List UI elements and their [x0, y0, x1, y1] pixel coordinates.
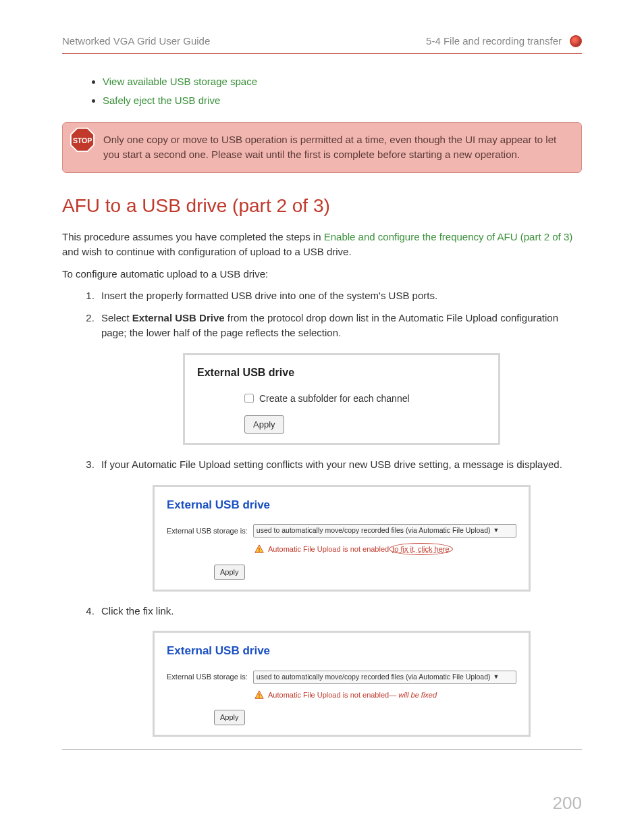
fig3-storage-label: External USB storage is: — [167, 671, 248, 683]
page-number: 200 — [0, 790, 644, 816]
fig3-storage-select[interactable]: used to automatically move/copy recorded… — [253, 671, 516, 684]
step2-bold: External USB Drive — [132, 312, 225, 323]
fig2-storage-label: External USB storage is: — [167, 525, 248, 537]
link-list: View available USB storage space Safely … — [103, 74, 582, 109]
apply-button-3[interactable]: Apply — [214, 710, 245, 725]
intro-link[interactable]: Enable and configure the frequency of AF… — [324, 231, 573, 242]
fig2-warn-pre: Automatic File Upload is not enabled — [268, 545, 389, 553]
chevron-down-icon: ▼ — [493, 673, 500, 682]
intro-paragraph: This procedure assumes you have complete… — [62, 230, 582, 260]
svg-text:!: ! — [259, 546, 261, 553]
figure-ext-usb-2: External USB drive External USB storage … — [153, 485, 531, 592]
fig2-select-value: used to automatically move/copy recorded… — [257, 525, 491, 536]
fig3-select-value: used to automatically move/copy recorded… — [257, 672, 491, 683]
fig1-title: External USB drive — [197, 365, 486, 381]
intro-pre: This procedure assumes you have complete… — [62, 231, 324, 242]
create-subfolder-label: Create a subfolder for each channel — [259, 392, 410, 406]
apply-button-1[interactable]: Apply — [244, 415, 284, 434]
fig3-warn-text: Automatic File Upload is not enabled— wi… — [268, 689, 437, 701]
chevron-down-icon: ▼ — [493, 526, 500, 536]
stop-callout: STOP Only one copy or move to USB operat… — [62, 122, 582, 173]
fig2-warn-text: Automatic File Upload is not enabled to … — [268, 543, 453, 556]
footer-rule — [62, 749, 582, 750]
figure-ext-usb-1: External USB drive Create a subfolder fo… — [183, 353, 500, 446]
create-subfolder-checkbox[interactable] — [244, 394, 254, 403]
svg-text:STOP: STOP — [73, 136, 92, 144]
steps-list: Insert the properly formatted USB drive … — [90, 288, 582, 737]
link-view-storage[interactable]: View available USB storage space — [103, 76, 257, 87]
step4-text: Click the fix link. — [101, 605, 174, 617]
step-2: Select External USB Drive from the proto… — [97, 311, 582, 446]
header-left: Networked VGA Grid User Guide — [62, 34, 210, 49]
page-header: Networked VGA Grid User Guide 5-4 File a… — [62, 34, 582, 54]
fig2-title: External USB drive — [167, 496, 516, 514]
figure-ext-usb-3: External USB drive External USB storage … — [153, 631, 531, 736]
fig2-storage-select[interactable]: used to automatically move/copy recorded… — [253, 524, 516, 538]
fig3-title: External USB drive — [167, 642, 516, 660]
step2-pre: Select — [101, 312, 132, 323]
apply-button-2[interactable]: Apply — [214, 565, 245, 580]
fix-link[interactable]: to fix it, click here — [392, 545, 449, 553]
stop-icon: STOP — [70, 127, 95, 153]
brand-dot-icon — [570, 35, 582, 47]
fig3-warn-pre: Automatic File Upload is not enabled— — [268, 691, 396, 699]
section-heading: AFU to a USB drive (part 2 of 3) — [62, 192, 582, 220]
svg-text:!: ! — [259, 692, 261, 699]
intro-config: To configure automatic upload to a USB d… — [62, 267, 582, 282]
stop-text: Only one copy or move to USB operation i… — [103, 134, 556, 161]
link-eject-usb[interactable]: Safely eject the USB drive — [103, 95, 220, 106]
warning-icon: ! — [254, 690, 264, 700]
step-4: Click the fix link. External USB drive E… — [97, 604, 582, 737]
step-1: Insert the properly formatted USB drive … — [97, 288, 582, 304]
step3-text: If your Automatic File Upload setting co… — [101, 459, 562, 470]
step-3: If your Automatic File Upload setting co… — [97, 457, 582, 592]
intro-post: and wish to continue with configuration … — [62, 246, 352, 257]
fig3-warn-italic: will be fixed — [396, 691, 437, 699]
warning-icon: ! — [254, 544, 264, 554]
header-right: 5-4 File and recording transfer — [426, 34, 562, 49]
